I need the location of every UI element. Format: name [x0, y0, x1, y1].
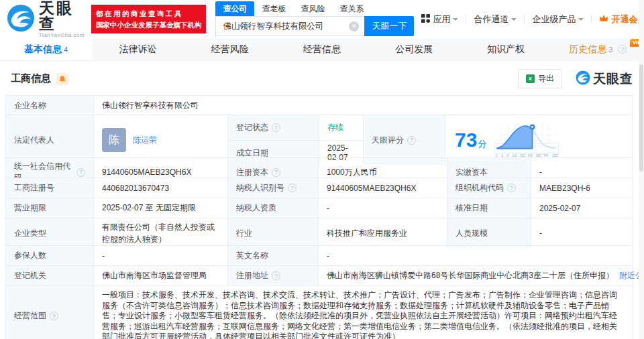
export-button[interactable]: 导出	[518, 69, 562, 88]
tab-company-development[interactable]: 公司发展	[368, 38, 460, 60]
score-unit: 分	[478, 139, 486, 149]
tab-count: 3	[608, 46, 612, 54]
chevron-down-icon	[453, 18, 458, 21]
apps-grid-icon	[421, 14, 430, 25]
tab-operation-risk[interactable]: 经营风险	[184, 38, 276, 60]
company-type-value: 有限责任公司（非自然人投资或控股的法人独资）	[93, 218, 227, 248]
industry-label: 行业	[227, 218, 318, 248]
company-name-value: 佛山领行智享科技有限公司	[93, 96, 633, 115]
tab-label: 基本信息	[24, 44, 62, 56]
help-icon[interactable]	[507, 184, 516, 192]
tab-history-info[interactable]: VIP 历史信息 3	[552, 38, 644, 60]
search-tab-boss[interactable]: 查老板	[254, 1, 293, 16]
promo-line2: 国家中小企业发展子基金旗下机构	[96, 19, 202, 31]
menu-label-coop: 合作通道	[474, 13, 508, 25]
table-row: 经营范围 一般项目：技术服务、技术开发、技术咨询、技术交流、技术转让、技术推广；…	[6, 285, 633, 339]
tab-intellectual-property[interactable]: 知识产权	[460, 38, 552, 60]
reg-number-label: 工商注册号	[6, 178, 93, 198]
english-name-value: -	[318, 245, 633, 265]
top-navbar: 天眼查 TianYanCha.com 都在用的商业查询工具 国家中小企业发展子基…	[0, 0, 644, 38]
promo-banner: 都在用的商业查询工具 国家中小企业发展子基金旗下机构	[91, 5, 207, 34]
address-value: 佛山市南海区狮山镇博爱中路68号长华国际商业中心北商3座二十层（住所申报）	[327, 270, 614, 281]
help-icon[interactable]	[407, 136, 416, 145]
tianyancha-swirl-icon	[576, 70, 590, 87]
staff-size-label: 人员规模	[447, 218, 531, 248]
approve-date-value: 2025-02-07	[531, 198, 633, 218]
score-value: 73	[455, 129, 477, 151]
tab-label: 经营风险	[211, 44, 249, 56]
scrollbar[interactable]	[639, 0, 644, 339]
watermark-text: 天眼查	[593, 70, 633, 88]
scrollbar-thumb[interactable]	[639, 64, 643, 172]
reg-authority-label: 登记机关	[6, 265, 93, 285]
crown-icon	[599, 14, 608, 24]
table-row: 企业类型 有限责任公司（非自然人投资或控股的法人独资） 行业 科技推广和应用服务…	[6, 218, 633, 245]
address-label: 注册地址	[227, 265, 318, 285]
taxpayer-id-label: 纳税人识别号	[227, 178, 318, 198]
monitor-bell-icon[interactable]	[56, 73, 68, 85]
help-icon[interactable]	[272, 271, 280, 280]
search-input[interactable]	[221, 21, 349, 31]
excel-icon	[526, 74, 535, 83]
legal-rep-link[interactable]: 陈运荣	[133, 135, 157, 146]
tab-operation-info[interactable]: 经营信息	[276, 38, 368, 60]
help-icon[interactable]	[272, 123, 280, 132]
org-code-value: MAEB23QH-6	[531, 178, 633, 198]
help-icon[interactable]	[272, 168, 280, 177]
tab-label: 经营信息	[303, 44, 341, 56]
section-bar: 工商信息 导出 天眼查	[0, 61, 644, 95]
reg-status-label: 登记状态	[228, 115, 319, 140]
tab-legal-litigation[interactable]: 法律诉讼	[92, 38, 184, 60]
taxpayer-quality-label: 纳税人资质	[227, 198, 318, 218]
export-label: 导出	[538, 73, 554, 84]
company-name-label: 企业名称	[6, 96, 93, 115]
tab-basic-info[interactable]: 基本信息 4	[0, 38, 92, 60]
approve-date-label: 核准日期	[447, 198, 531, 218]
taxpayer-quality-value: -	[318, 198, 447, 218]
tab-label: 知识产权	[487, 44, 525, 56]
staff-size-value: -	[531, 218, 633, 248]
search-tab-relation[interactable]: 查关系	[332, 1, 371, 16]
business-scope-label: 经营范围	[6, 285, 93, 339]
section-title: 工商信息	[11, 72, 51, 85]
menu-item-apps[interactable]: 应用	[414, 13, 466, 25]
industry-value: 科技推广和应用服务业	[318, 218, 447, 248]
tianyancha-swirl-icon	[7, 4, 35, 34]
tianyancha-logo[interactable]: 天眼查 TianYanCha.com	[7, 1, 85, 38]
menu-item-enterprise[interactable]: 企业级产品	[525, 13, 591, 25]
clear-search-icon[interactable]	[349, 21, 359, 31]
help-icon[interactable]	[288, 184, 297, 192]
top-menu: 应用 合作通道 企业级产品 开通会员	[414, 13, 644, 25]
score-label-text: 天眼评分	[372, 135, 404, 146]
menu-item-vip[interactable]: 开通会员	[592, 13, 644, 25]
score-chart-axis: 0151550859599100	[494, 153, 559, 157]
taxpayer-id-value: 91440605MAEB23QH6X	[318, 178, 447, 198]
table-row: 统一社会信用代码 91440605MAEB23QH6X 注册资本 1000万人民…	[6, 157, 633, 178]
menu-item-coop[interactable]: 合作通道	[466, 13, 524, 25]
score-distribution-chart: 0151550859599100	[494, 123, 559, 157]
reg-status-value: 存续	[319, 115, 363, 140]
table-row: 参保人数 - 英文名称 -	[6, 245, 633, 265]
avatar[interactable]: 陈	[102, 128, 126, 152]
company-tab-bar: 基本信息 4 法律诉讼 经营风险 经营信息 公司发展 知识产权 VIP 历史信息…	[0, 38, 644, 61]
table-row: 营业期限 2025-02-07 至 无固定期限 纳税人资质 - 核准日期 202…	[6, 198, 633, 218]
search-tab-risk[interactable]: 查风险	[293, 1, 332, 16]
table-row: 工商注册号 440682013670473 纳税人识别号 91440605MAE…	[6, 178, 633, 198]
table-row: 登记机关 佛山市南海区市场监督管理局 注册地址 佛山市南海区狮山镇博爱中路68号…	[6, 265, 633, 285]
business-term-value: 2025-02-07 至 无固定期限	[93, 198, 227, 218]
search-button[interactable]: 天眼一下	[364, 16, 414, 36]
search-tab-company[interactable]: 查公司	[215, 1, 254, 16]
brand-name: 天眼查	[39, 1, 85, 31]
tab-label: 公司发展	[395, 44, 433, 56]
help-icon[interactable]	[618, 45, 627, 54]
help-icon[interactable]	[76, 168, 85, 177]
reg-status-label-text: 登记状态	[236, 122, 268, 133]
help-icon[interactable]	[50, 312, 58, 320]
table-row: 法定代表人 陈 陈运荣 登记状态 存续 成立日期 2025-02-07 天眼评分…	[6, 115, 633, 157]
table-row: 企业名称 佛山领行智享科技有限公司	[6, 96, 633, 115]
tab-label: 历史信息	[569, 44, 606, 56]
insured-label: 参保人数	[6, 245, 93, 265]
menu-label-enterprise: 企业级产品	[532, 13, 576, 25]
promo-line1: 都在用的商业查询工具	[96, 8, 202, 19]
org-code-label: 组织机构代码	[447, 178, 531, 198]
